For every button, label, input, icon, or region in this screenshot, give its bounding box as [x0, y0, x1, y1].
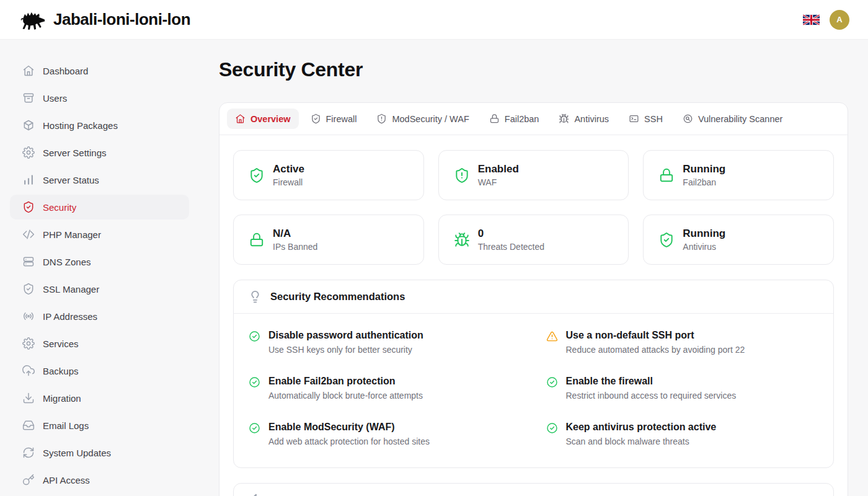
- sidebar-item-email-logs[interactable]: Email Logs: [10, 413, 189, 438]
- recommendations-title: Security Recommendations: [270, 291, 405, 303]
- tab-label: Vulnerability Scanner: [698, 114, 782, 124]
- status-value: N/A: [273, 228, 317, 240]
- security-recommendations-card: Security Recommendations Disable passwor…: [233, 280, 834, 468]
- sidebar-item-label: Backups: [43, 366, 79, 376]
- check-circle-icon: [249, 376, 260, 388]
- recommendation-description: Add web attack protection for hosted sit…: [268, 436, 430, 446]
- tab-label: Overview: [250, 114, 291, 124]
- sidebar-item-dashboard[interactable]: Dashboard: [10, 58, 189, 83]
- status-value: Enabled: [478, 163, 519, 175]
- sidebar-item-php-manager[interactable]: PHP Manager: [10, 222, 189, 247]
- check-circle-icon: [546, 376, 558, 388]
- gear-icon: [22, 337, 35, 350]
- tab-label: SSH: [644, 114, 663, 124]
- tab-antivirus[interactable]: Antivirus: [551, 108, 617, 129]
- sidebar-item-ip-addresses[interactable]: IP Addresses: [10, 304, 189, 329]
- status-label: Firewall: [273, 177, 304, 187]
- status-label: WAF: [478, 177, 519, 187]
- recommendation-title: Enable Fail2ban protection: [268, 376, 423, 387]
- top-bar: Jabali-loni-loni-lon A: [0, 0, 868, 40]
- sidebar-item-label: Migration: [43, 393, 81, 404]
- status-card-ips-banned: N/AIPs Banned: [233, 215, 424, 265]
- recommendation-enable-the-firewall: Enable the firewallRestrict inbound acce…: [546, 376, 819, 401]
- package-icon: [22, 119, 35, 131]
- uk-flag-icon[interactable]: [803, 14, 820, 25]
- recommendation-use-a-non-default-ssh-port: Use a non-default SSH portReduce automat…: [546, 330, 819, 355]
- tab-fail2ban[interactable]: Fail2ban: [481, 108, 547, 129]
- sidebar-item-label: API Access: [43, 475, 90, 485]
- sidebar-item-backups[interactable]: Backups: [10, 358, 189, 383]
- sidebar-item-label: Security: [43, 202, 76, 213]
- zap-icon: [249, 494, 262, 496]
- boar-icon: [19, 9, 47, 31]
- shield-check-icon: [311, 113, 321, 124]
- tab-overview[interactable]: Overview: [227, 108, 299, 129]
- recommendation-description: Restrict inbound access to required serv…: [566, 391, 737, 401]
- sidebar-item-label: Hosting Packages: [43, 120, 118, 131]
- status-card-grid: ActiveFirewallEnabledWAFRunningFail2banN…: [233, 150, 834, 265]
- recommendation-keep-antivirus-protection-active: Keep antivirus protection activeScan and…: [546, 422, 819, 446]
- status-value: Active: [273, 163, 304, 175]
- sidebar-item-hosting-packages[interactable]: Hosting Packages: [10, 113, 189, 138]
- recommendation-title: Enable ModSecurity (WAF): [268, 422, 430, 433]
- security-panel: OverviewFirewallModSecurity / WAFFail2ba…: [219, 102, 848, 496]
- tab-label: Antivirus: [574, 114, 609, 124]
- tab-ssh[interactable]: SSH: [621, 108, 671, 129]
- sidebar-item-label: Services: [43, 339, 79, 349]
- brand[interactable]: Jabali-loni-loni-lon: [19, 9, 190, 31]
- tab-label: Fail2ban: [505, 114, 539, 124]
- tab-label: ModSecurity / WAF: [392, 114, 469, 124]
- sidebar-item-label: PHP Manager: [43, 229, 101, 240]
- check-circle-icon: [546, 422, 558, 434]
- recommendation-description: Scan and block malware threats: [566, 436, 717, 446]
- recommendation-description: Use SSH keys only for better security: [268, 345, 423, 355]
- page-title: Security Center: [219, 58, 848, 81]
- sidebar-nav: DashboardUsersHosting PackagesServer Set…: [10, 58, 189, 492]
- status-value: Running: [683, 228, 725, 240]
- sidebar-item-dns-zones[interactable]: DNS Zones: [10, 249, 189, 274]
- shield-check-icon: [22, 283, 35, 295]
- status-card-threats-detected: 0Threats Detected: [438, 215, 629, 265]
- sidebar-item-api-access[interactable]: API Access: [10, 467, 189, 492]
- tab-firewall[interactable]: Firewall: [303, 108, 365, 129]
- status-label: Fail2ban: [683, 177, 725, 187]
- tab-modsecurity-waf[interactable]: ModSecurity / WAF: [368, 108, 477, 129]
- recommendation-title: Enable the firewall: [566, 376, 737, 387]
- sidebar-item-server-status[interactable]: Server Status: [10, 167, 189, 192]
- lock-icon: [658, 167, 675, 184]
- sidebar-item-users[interactable]: Users: [10, 86, 189, 110]
- refresh-icon: [22, 446, 35, 459]
- shield-check-icon: [22, 201, 35, 213]
- download-icon: [22, 392, 35, 404]
- sidebar-item-services[interactable]: Services: [10, 331, 189, 356]
- recommendation-title: Keep antivirus protection active: [566, 422, 717, 433]
- home-icon: [235, 113, 246, 124]
- sidebar-item-label: Server Status: [43, 175, 99, 185]
- status-value: Running: [683, 163, 725, 175]
- key-icon: [22, 474, 35, 486]
- recommendations-grid: Disable password authenticationUse SSH k…: [234, 314, 833, 467]
- recommendation-enable-modsecurity-waf: Enable ModSecurity (WAF)Add web attack p…: [249, 422, 521, 446]
- sidebar-item-label: System Updates: [43, 448, 111, 458]
- bar-chart-icon: [22, 174, 35, 186]
- tab-vulnerability-scanner[interactable]: Vulnerability Scanner: [675, 108, 790, 129]
- sidebar-item-migration[interactable]: Migration: [10, 386, 189, 410]
- sidebar-item-label: Email Logs: [43, 420, 89, 431]
- inbox-icon: [22, 419, 35, 432]
- sidebar-item-server-settings[interactable]: Server Settings: [10, 140, 189, 165]
- recommendation-title: Disable password authentication: [268, 330, 423, 341]
- recommendation-disable-password-authentication: Disable password authenticationUse SSH k…: [249, 330, 521, 355]
- lock-icon: [249, 232, 265, 248]
- sidebar-item-label: Dashboard: [43, 66, 88, 76]
- sidebar-item-ssl-manager[interactable]: SSL Manager: [10, 277, 189, 301]
- sidebar-item-security[interactable]: Security: [10, 195, 189, 219]
- scan-search-icon: [683, 113, 693, 124]
- avatar[interactable]: A: [830, 10, 849, 30]
- alert-triangle-icon: [546, 330, 558, 342]
- gear-icon: [22, 146, 35, 159]
- shield-check-icon: [249, 167, 265, 184]
- lock-icon: [489, 113, 500, 124]
- check-circle-icon: [249, 330, 260, 342]
- tab-label: Firewall: [326, 114, 357, 124]
- sidebar-item-system-updates[interactable]: System Updates: [10, 440, 189, 465]
